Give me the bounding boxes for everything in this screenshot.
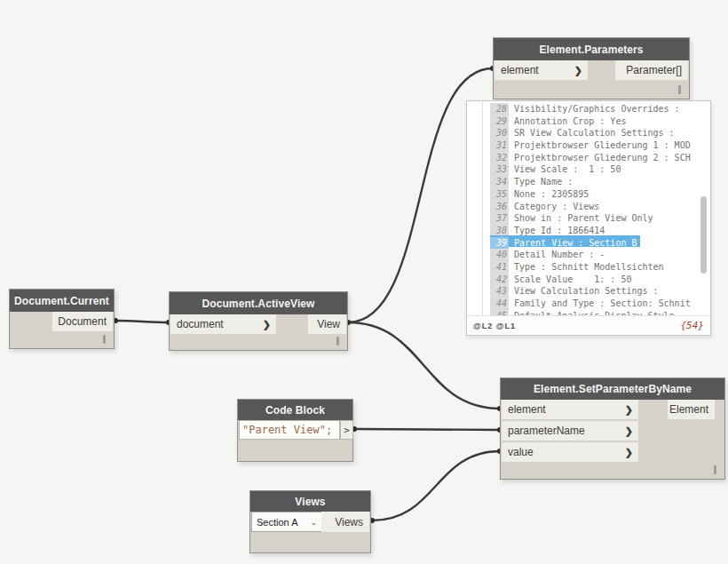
input-port-parametername[interactable]: parameterName ❯	[502, 421, 638, 441]
preview-bubble: 28Visibility/Graphics Overrides : 29Anno…	[466, 100, 711, 336]
preview-toggle-icon[interactable]	[103, 335, 106, 344]
output-port-label: Document	[58, 315, 107, 328]
preview-toggle-icon[interactable]	[714, 465, 716, 474]
preview-row[interactable]: 37Show in : Parent View Only	[467, 211, 710, 223]
views-dropdown-value: Section A	[257, 517, 297, 528]
output-port-view[interactable]: View	[308, 314, 346, 334]
input-port-element[interactable]: element ❯	[495, 60, 588, 80]
chevron-right-icon: ❯	[574, 66, 582, 75]
chevron-right-icon: ❯	[625, 405, 633, 415]
output-port-label: Parameter[]	[626, 64, 682, 76]
preview-row[interactable]: 29Annotation Crop : Yes	[467, 114, 710, 126]
preview-toggle-icon[interactable]	[678, 85, 681, 94]
preview-rows: 28Visibility/Graphics Overrides : 29Anno…	[467, 101, 710, 316]
input-port-element[interactable]: element ❯	[502, 400, 638, 419]
preview-row[interactable]: 33View Scale : 1 : 50	[467, 162, 710, 174]
output-port-parameters[interactable]: Parameter[]	[615, 60, 688, 80]
input-port-label: document	[177, 318, 224, 330]
preview-row-text: Family and Type : Section: Schnit	[514, 298, 691, 308]
chevron-right-icon: ❯	[263, 320, 271, 330]
node-views[interactable]: Views Section A ⌄ Views	[249, 490, 371, 553]
preview-row-text: Type : Schnitt Modellsichten	[514, 262, 664, 272]
preview-row-text: Projektbrowser Gliederung 2 : SCH	[514, 153, 691, 163]
preview-row-text: None : 2305895	[514, 189, 589, 199]
preview-row[interactable]: 42Scale Value 1: : 50	[467, 272, 710, 284]
output-port-element[interactable]: Element	[668, 400, 715, 419]
output-port-code[interactable]: >	[340, 420, 353, 440]
preview-row[interactable]: 43View Calculation Settings :	[467, 283, 710, 296]
preview-row[interactable]: 34Type Name :	[467, 174, 710, 187]
output-port-label: View	[317, 318, 340, 330]
node-element-parameters[interactable]: Element.Parameters element ❯ Parameter[]	[493, 37, 690, 99]
node-document-current[interactable]: Document.Current Document	[9, 289, 115, 349]
node-title: Element.SetParameterByName	[501, 378, 724, 400]
node-title: Document.ActiveView	[170, 292, 347, 314]
preview-row-text: Visibility/Graphics Overrides :	[514, 104, 685, 114]
input-port-label: element	[501, 64, 539, 76]
preview-footer: @L2 @L1 {54}	[467, 315, 710, 335]
views-dropdown[interactable]: Section A ⌄	[251, 512, 322, 532]
tree-guide-line	[482, 101, 483, 316]
preview-row[interactable]: 35None : 2305895	[467, 187, 710, 199]
input-port-label: element	[508, 403, 546, 416]
input-port-label: parameterName	[508, 425, 585, 437]
input-port-label: value	[508, 446, 534, 458]
preview-row[interactable]: 40Detail Number : -	[467, 247, 710, 259]
node-code-block[interactable]: Code Block "Parent View"; >	[237, 399, 353, 462]
node-title: Code Block	[238, 400, 352, 420]
chevron-right-icon: ❯	[625, 426, 633, 436]
node-title: Element.Parameters	[494, 38, 689, 60]
lacing-levels: @L2 @L1	[473, 322, 516, 330]
preview-row[interactable]: 36Category : Views	[467, 199, 710, 211]
node-document-activeview[interactable]: Document.ActiveView document ❯ View	[169, 291, 348, 351]
preview-row-text: Projektbrowser Gliederung 1 : MOD	[514, 140, 691, 150]
preview-row-text: Category : Views	[514, 202, 599, 211]
chevron-down-icon: ⌄	[310, 518, 317, 527]
item-count: {54}	[681, 320, 705, 331]
output-port-label: Views	[335, 516, 363, 528]
node-element-setparameterbyname[interactable]: Element.SetParameterByName element ❯ par…	[500, 377, 725, 480]
output-port-label: Element	[669, 403, 708, 416]
preview-row-text: Type Id : 1866414	[514, 226, 605, 235]
wire-views-to-value[interactable]	[372, 451, 500, 520]
preview-toggle-icon[interactable]	[336, 337, 339, 346]
preview-row[interactable]: 39Parent View : Section B	[467, 235, 710, 248]
input-port-document[interactable]: document ❯	[170, 314, 276, 334]
preview-row-text: Detail Number : -	[514, 250, 605, 259]
wire-codeblock-to-parametername[interactable]	[354, 429, 500, 430]
input-port-value[interactable]: value ❯	[502, 442, 638, 462]
scrollbar-thumb[interactable]	[700, 196, 707, 274]
node-title: Document.Current	[10, 290, 114, 312]
dynamo-canvas[interactable]: Document.Current Document Document.Activ…	[0, 0, 728, 564]
output-port-views[interactable]: Views	[321, 512, 369, 532]
preview-row-text: SR View Calculation Settings :	[514, 128, 680, 138]
preview-row[interactable]: 41Type : Schnitt Modellsichten	[467, 259, 710, 272]
preview-row-text: Show in : Parent View Only	[514, 213, 653, 223]
output-port-document[interactable]: Document	[52, 312, 113, 331]
preview-row-text: View Calculation Settings :	[514, 286, 664, 296]
preview-row-text: Annotation Crop : Yes	[514, 116, 626, 126]
code-block-input[interactable]: "Parent View";	[239, 420, 340, 440]
node-title: Views	[250, 491, 370, 512]
preview-row[interactable]: 28Visibility/Graphics Overrides :	[467, 101, 710, 114]
preview-row[interactable]: 31Projektbrowser Gliederung 1 : MOD	[467, 138, 710, 150]
preview-row[interactable]: 38Type Id : 1866414	[467, 223, 710, 235]
preview-row-text: Parent View : Section B	[514, 238, 637, 248]
preview-row[interactable]: 30SR View Calculation Settings :	[467, 125, 710, 138]
preview-row-text: Scale Value 1: : 50	[514, 274, 631, 284]
preview-row-text: View Scale : 1 : 50	[514, 164, 621, 174]
preview-row-text: Type Name :	[514, 177, 578, 187]
preview-row[interactable]: 32Projektbrowser Gliederung 2 : SCH	[467, 150, 710, 163]
chevron-right-icon: ❯	[625, 448, 633, 457]
preview-row[interactable]: 44Family and Type : Section: Schnit	[467, 296, 710, 308]
wire-document-to-activeview[interactable]	[115, 321, 169, 322]
